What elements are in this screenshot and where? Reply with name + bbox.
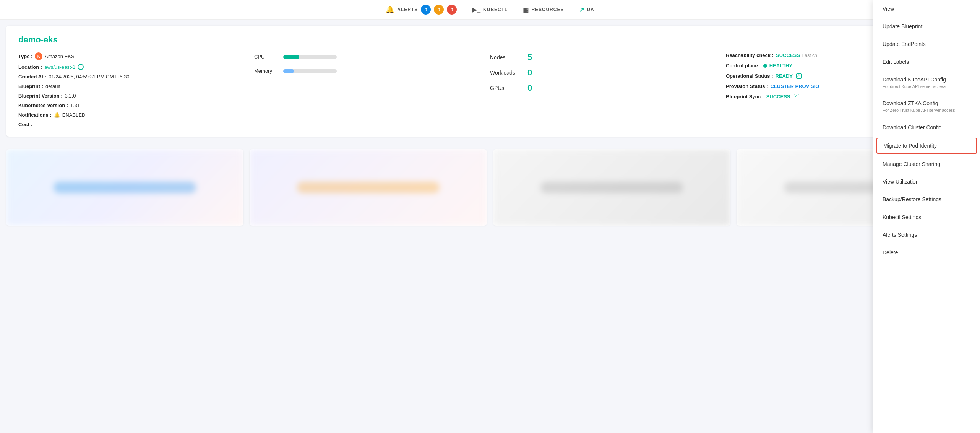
type-value: Amazon EKS	[45, 54, 74, 59]
menu-item-migrate-pod-identity[interactable]: Migrate to Pod Identity	[876, 138, 977, 154]
created-row: Created At : 01/24/2025, 04:59:31 PM GMT…	[18, 74, 254, 80]
menu-item-backup-restore[interactable]: Backup/Restore Settings	[873, 190, 980, 208]
type-label: Type :	[18, 54, 32, 59]
blurred-block-1	[54, 182, 196, 193]
reachability-extra: Last ch	[802, 53, 817, 58]
blueprint-version-row: Blueprint Version : 3.2.0	[18, 93, 254, 99]
menu-item-label-download-kubeapi: Download KubeAPI Config	[883, 77, 946, 83]
menu-item-kubectl-settings[interactable]: Kubectl Settings	[873, 208, 980, 226]
menu-item-delete[interactable]: Delete	[873, 244, 980, 261]
menu-item-download-ztka[interactable]: Download ZTKA ConfigFor Zero Trust Kube …	[873, 94, 980, 118]
gpus-value: 0	[527, 83, 532, 93]
cpu-fill	[283, 55, 299, 59]
stats-col: Nodes 5 Workloads 0 GPUs 0	[490, 52, 726, 93]
kubectl-nav[interactable]: ▶_ KUBECTL	[472, 6, 508, 13]
cost-label: Cost :	[18, 122, 32, 127]
menu-item-label-edit-labels: Edit Labels	[883, 59, 909, 65]
created-value: 01/24/2025, 04:59:31 PM GMT+5:30	[49, 74, 129, 80]
menu-item-download-cluster-config[interactable]: Download Cluster Config	[873, 119, 980, 136]
notifications-value: ENABLED	[62, 112, 86, 118]
blueprint-sync-value: SUCCESS	[766, 94, 790, 99]
cpu-row: CPU	[254, 54, 490, 60]
provision-label: Provision Status :	[726, 83, 768, 89]
info-grid: Type : K Amazon EKS Location : aws/us-ea…	[18, 52, 962, 127]
menu-item-label-download-cluster-config: Download Cluster Config	[883, 124, 942, 130]
nodes-label: Nodes	[490, 54, 524, 60]
bottom-card-2	[250, 149, 487, 226]
menu-item-edit-labels[interactable]: Edit Labels	[873, 53, 980, 71]
blurred-content-2	[250, 149, 487, 226]
kubectl-icon: ▶_	[472, 6, 481, 13]
menu-item-sub-download-ztka: For Zero Trust Kube API server access	[883, 107, 971, 113]
cpu-label: CPU	[254, 54, 277, 60]
operational-value: READY	[776, 73, 793, 79]
menu-item-label-manage-cluster-sharing: Manage Cluster Sharing	[883, 161, 940, 167]
menu-item-label-alerts-settings: Alerts Settings	[883, 232, 917, 238]
bell-notif-icon: 🔔	[54, 112, 60, 118]
k8s-version-label: Kubernetes Version :	[18, 103, 68, 108]
menu-item-view-utilization[interactable]: View Utilization	[873, 173, 980, 190]
location-icon	[78, 64, 84, 70]
kubectl-label: KUBECTL	[483, 7, 508, 12]
workloads-label: Workloads	[490, 70, 524, 76]
reachability-value: SUCCESS	[776, 52, 800, 58]
cluster-details-col: Type : K Amazon EKS Location : aws/us-ea…	[18, 52, 254, 127]
bottom-card-3	[493, 149, 730, 226]
alerts-label: ALERTS	[397, 7, 418, 12]
provision-value: CLUSTER PROVISIO	[771, 83, 819, 89]
created-label: Created At :	[18, 74, 46, 80]
context-menu: ViewUpdate BlueprintUpdate EndPointsEdit…	[873, 0, 980, 433]
bottom-card-1	[6, 149, 243, 226]
menu-item-download-kubeapi[interactable]: Download KubeAPI ConfigFor direct Kube A…	[873, 71, 980, 94]
badge-blue: 0	[421, 5, 431, 15]
alerts-section: 🔔 ALERTS 0 0 0	[386, 5, 457, 15]
menu-item-label-view: View	[883, 6, 894, 12]
menu-item-sub-download-kubeapi: For direct Kube API server access	[883, 84, 971, 89]
location-value: aws/us-east-1	[44, 64, 75, 70]
type-row: Type : K Amazon EKS	[18, 52, 254, 60]
resources-col: CPU Memory	[254, 52, 490, 78]
workloads-row: Workloads 0	[490, 68, 726, 78]
menu-item-label-backup-restore: Backup/Restore Settings	[883, 196, 941, 202]
blueprint-label: Blueprint :	[18, 83, 43, 89]
location-row: Location : aws/us-east-1	[18, 64, 254, 70]
menu-item-view[interactable]: View	[873, 0, 980, 18]
resources-nav[interactable]: ▦ RESOURCES	[523, 6, 564, 13]
badge-orange: 0	[434, 5, 444, 15]
dot-green-icon	[763, 64, 767, 68]
memory-label: Memory	[254, 68, 277, 74]
eks-icon: K	[35, 52, 42, 60]
menu-item-label-update-endpoints: Update EndPoints	[883, 41, 926, 47]
blueprint-version-label: Blueprint Version :	[18, 93, 63, 99]
workloads-value: 0	[527, 68, 532, 78]
menu-item-update-blueprint[interactable]: Update Blueprint	[873, 18, 980, 35]
da-label: DA	[587, 7, 594, 12]
cluster-info-card: demo-eks Type : K Amazon EKS Location : …	[6, 26, 974, 137]
badge-red: 0	[447, 5, 457, 15]
control-plane-label: Control plane :	[726, 63, 761, 68]
blurred-block-2	[297, 182, 440, 193]
operational-external-icon[interactable]	[796, 73, 802, 79]
bottom-section	[6, 149, 974, 226]
menu-item-update-endpoints[interactable]: Update EndPoints	[873, 35, 980, 53]
menu-item-label-delete: Delete	[883, 249, 898, 256]
k8s-version-row: Kubernetes Version : 1.31	[18, 103, 254, 108]
memory-row: Memory	[254, 68, 490, 74]
menu-item-label-migrate-pod-identity: Migrate to Pod Identity	[883, 143, 937, 149]
menu-item-label-view-utilization: View Utilization	[883, 179, 919, 185]
cost-row: Cost : -	[18, 122, 254, 127]
blurred-content-1	[6, 149, 243, 226]
resources-icon: ▦	[523, 6, 529, 13]
resources-label: RESOURCES	[531, 7, 564, 12]
header-bar: 🔔 ALERTS 0 0 0 ▶_ KUBECTL ▦ RESOURCES ↗ …	[0, 0, 980, 20]
menu-item-label-kubectl-settings: Kubectl Settings	[883, 214, 921, 220]
gpus-label: GPUs	[490, 85, 524, 91]
memory-bar	[283, 69, 337, 73]
menu-item-alerts-settings[interactable]: Alerts Settings	[873, 226, 980, 244]
menu-item-label-download-ztka: Download ZTKA Config	[883, 100, 938, 106]
da-nav[interactable]: ↗ DA	[579, 6, 594, 13]
operational-label: Operational Status :	[726, 73, 773, 79]
blueprint-sync-external-icon[interactable]	[794, 94, 799, 99]
menu-item-manage-cluster-sharing[interactable]: Manage Cluster Sharing	[873, 155, 980, 173]
blurred-block-3	[540, 182, 683, 193]
